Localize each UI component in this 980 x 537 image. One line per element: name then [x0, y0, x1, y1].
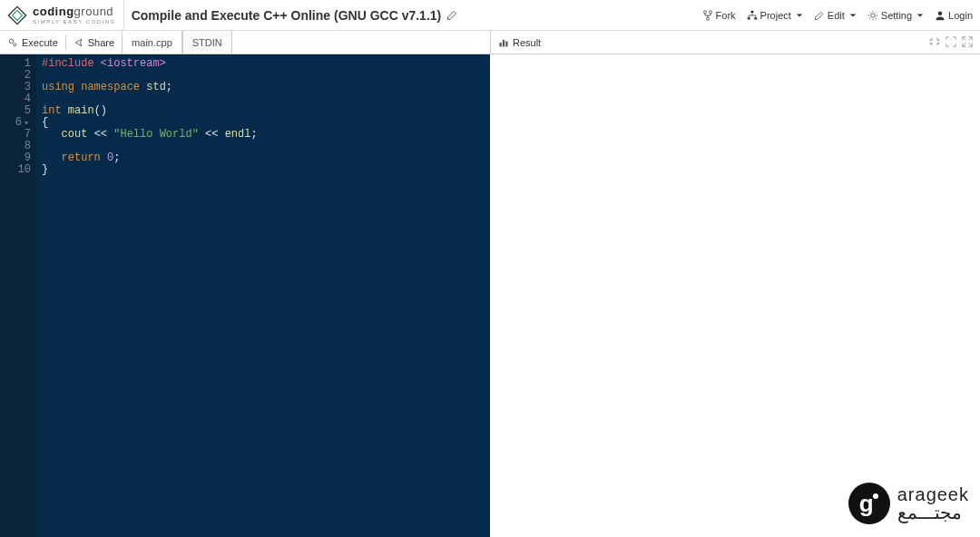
edit-label: Edit: [828, 10, 845, 21]
result-controls: [929, 36, 973, 49]
project-button[interactable]: Project: [747, 10, 803, 21]
svg-rect-6: [747, 17, 750, 19]
fork-label: Fork: [716, 10, 736, 21]
line-number: 10: [0, 164, 31, 176]
watermark-bottom: مجتـــمع: [897, 503, 969, 522]
code-content[interactable]: #include <iostream> using namespace std;…: [36, 54, 490, 537]
logo[interactable]: codingground SIMPLY EASY CODING: [7, 0, 124, 30]
svg-point-2: [703, 10, 706, 13]
tab-main[interactable]: main.cpp: [122, 31, 182, 54]
fork-button[interactable]: Fork: [702, 10, 736, 21]
code-editor[interactable]: 1 2 3 4 5 6▾ 7 8 9 10 #include <iostream…: [0, 54, 490, 537]
edit-title-icon[interactable]: [446, 9, 458, 21]
caret-down-icon: [916, 12, 924, 19]
watermark-top: arageek: [897, 485, 969, 503]
watermark: g arageek مجتـــمع: [848, 483, 969, 524]
gear-icon: [867, 10, 878, 21]
share-button[interactable]: Share: [66, 31, 122, 54]
edit-button[interactable]: Edit: [814, 10, 857, 21]
page-title: Compile and Execute C++ Online (GNU GCC …: [132, 8, 695, 23]
share-icon: [74, 37, 84, 48]
output-panel: g arageek مجتـــمع: [490, 54, 980, 537]
tab-main-label: main.cpp: [132, 37, 172, 48]
svg-point-3: [709, 10, 711, 13]
svg-point-11: [14, 43, 16, 45]
top-header: codingground SIMPLY EASY CODING Compile …: [0, 0, 980, 31]
svg-rect-12: [500, 43, 502, 47]
user-icon: [935, 10, 946, 21]
svg-rect-13: [503, 40, 505, 47]
main-area: 1 2 3 4 5 6▾ 7 8 9 10 #include <iostream…: [0, 54, 980, 537]
logo-bold: coding: [33, 5, 74, 18]
top-actions: Fork Project Edit Setting Login: [702, 10, 973, 21]
fork-icon: [702, 10, 713, 21]
svg-rect-14: [505, 41, 507, 46]
caret-down-icon: [796, 12, 803, 19]
svg-point-10: [9, 39, 14, 44]
tab-stdin[interactable]: STDIN: [182, 31, 232, 54]
cogs-icon: [7, 37, 18, 48]
svg-rect-7: [754, 17, 757, 19]
collapse-icon[interactable]: [929, 36, 940, 49]
toolbar-left: Execute Share main.cpp STDIN: [0, 31, 490, 54]
execute-label: Execute: [22, 37, 58, 48]
result-label: Result: [513, 37, 541, 48]
svg-marker-0: [8, 6, 25, 24]
expand-icon[interactable]: [962, 36, 973, 49]
pencil-icon: [814, 10, 825, 21]
watermark-dot-icon: [873, 493, 878, 499]
svg-point-8: [871, 13, 876, 17]
tab-stdin-label: STDIN: [192, 37, 222, 48]
toolbar: Execute Share main.cpp STDIN Result: [0, 31, 980, 54]
caret-down-icon: [849, 12, 857, 19]
result-bar: Result: [490, 31, 980, 54]
sitemap-icon: [747, 10, 758, 21]
share-label: Share: [88, 37, 114, 48]
logo-text: codingground SIMPLY EASY CODING: [33, 5, 116, 24]
watermark-text: arageek مجتـــمع: [897, 485, 969, 522]
watermark-g: g: [859, 490, 874, 518]
login-button[interactable]: Login: [935, 10, 973, 21]
page-title-text: Compile and Execute C++ Online (GNU GCC …: [132, 8, 442, 23]
setting-button[interactable]: Setting: [867, 10, 924, 21]
bar-chart-icon: [498, 37, 509, 48]
result-title: Result: [498, 37, 541, 48]
svg-point-9: [938, 11, 943, 15]
project-label: Project: [760, 10, 791, 21]
execute-button[interactable]: Execute: [0, 31, 65, 54]
svg-rect-5: [750, 10, 753, 12]
svg-marker-1: [13, 10, 23, 20]
setting-label: Setting: [881, 10, 912, 21]
svg-point-4: [706, 17, 709, 20]
logo-regular: ground: [74, 5, 113, 18]
watermark-logo-icon: g: [848, 483, 890, 524]
fullscreen-icon[interactable]: [946, 36, 956, 49]
line-gutter: 1 2 3 4 5 6▾ 7 8 9 10: [0, 54, 36, 537]
login-label: Login: [948, 10, 973, 21]
logo-icon: [7, 5, 27, 25]
logo-subtitle: SIMPLY EASY CODING: [33, 19, 116, 24]
